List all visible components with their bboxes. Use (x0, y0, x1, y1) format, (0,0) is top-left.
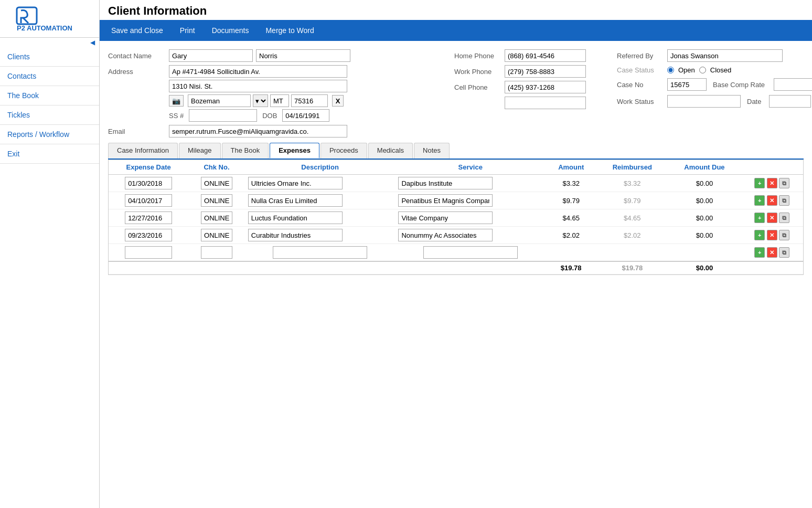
totals-spacer (109, 261, 546, 274)
new-expense-date-input[interactable] (125, 246, 172, 259)
copy-row-button-2[interactable]: ⧉ (779, 213, 789, 223)
add-row-button-2[interactable]: + (754, 213, 765, 223)
tab-proceeds[interactable]: Proceeds (320, 143, 367, 158)
tab-mileage[interactable]: Mileage (179, 143, 221, 158)
service-input-3[interactable] (398, 229, 493, 241)
tab-notes[interactable]: Notes (414, 143, 450, 158)
referred-by-input[interactable] (667, 49, 783, 62)
expense-date-input-1[interactable] (125, 194, 172, 207)
sidebar-item-the-book[interactable]: The Book (0, 86, 99, 105)
print-button[interactable]: Print (173, 23, 202, 38)
clear-button[interactable]: X (332, 95, 344, 107)
last-name-input[interactable] (256, 49, 350, 62)
email-input[interactable] (169, 125, 347, 137)
reimbursed-cell-1: $9.79 (596, 192, 668, 209)
remove-row-button-2[interactable]: ✕ (767, 213, 777, 223)
date-input[interactable] (769, 95, 811, 108)
add-row-button-1[interactable]: + (754, 195, 765, 206)
chk-no-input-3[interactable] (201, 229, 232, 241)
case-no-row: Case No Base Comp Rate (617, 78, 812, 91)
description-input-2[interactable] (248, 211, 343, 224)
ss-input[interactable] (189, 109, 257, 122)
contact-name-row: Contact Name (108, 49, 444, 62)
sidebar-item-tickles[interactable]: Tickles (0, 105, 99, 125)
case-no-input[interactable] (667, 78, 707, 91)
new-amount-cell (546, 244, 596, 262)
new-description-input[interactable] (273, 246, 367, 259)
remove-row-button-1[interactable]: ✕ (767, 195, 777, 206)
amount-cell-2: $4.65 (546, 209, 596, 227)
main-content: Client Information Save and Close Print … (100, 0, 812, 508)
description-input-1[interactable] (248, 194, 343, 207)
dob-input[interactable] (282, 109, 329, 122)
service-input-1[interactable] (398, 194, 493, 207)
amount-due-cell-0: $0.00 (668, 175, 741, 192)
first-name-input[interactable] (169, 49, 253, 62)
amount-due-cell-3: $0.00 (668, 227, 741, 244)
total-amount: $19.78 (546, 261, 596, 274)
home-phone-input[interactable] (505, 49, 586, 62)
tab-bar: Case Information Mileage The Book Expens… (108, 143, 804, 160)
service-input-2[interactable] (398, 211, 493, 224)
add-row-button-3[interactable]: + (754, 230, 765, 240)
documents-button[interactable]: Documents (205, 23, 257, 38)
ss-label: SS # (169, 112, 184, 120)
work-status-row: Work Status Date (617, 95, 812, 108)
expense-date-input-2[interactable] (125, 211, 172, 224)
work-status-input[interactable] (667, 95, 741, 108)
work-phone-input[interactable] (505, 65, 586, 78)
new-service-input[interactable] (423, 246, 518, 259)
address2-input[interactable] (169, 80, 347, 92)
chk-no-input-0[interactable] (201, 177, 232, 189)
sidebar-item-contacts[interactable]: Contacts (0, 67, 99, 86)
city-input[interactable] (188, 94, 251, 107)
reimbursed-cell-2: $4.65 (596, 209, 668, 227)
tab-medicals[interactable]: Medicals (368, 143, 413, 158)
description-input-0[interactable] (248, 177, 343, 189)
chk-no-input-1[interactable] (201, 194, 232, 207)
remove-row-button-0[interactable]: ✕ (767, 178, 777, 188)
col-reimbursed: Reimbursed (596, 160, 668, 175)
expenses-table: Expense Date Chk No. Description Service… (109, 160, 803, 274)
tab-case-information[interactable]: Case Information (108, 143, 178, 158)
reimbursed-cell-0: $3.32 (596, 175, 668, 192)
camera-icon[interactable]: 📷 (169, 95, 184, 107)
table-row: $2.02 $2.02 $0.00 + ✕ ⧉ (109, 227, 803, 244)
remove-new-row-button[interactable]: ✕ (767, 247, 777, 258)
description-input-3[interactable] (248, 229, 343, 241)
sidebar-item-reports-workflow[interactable]: Reports / Workflow (0, 125, 99, 144)
cell-phone-input[interactable] (505, 81, 586, 93)
new-chk-no-input[interactable] (201, 246, 232, 259)
col-chk-no: Chk No. (188, 160, 244, 175)
city-dropdown[interactable]: ▾ (253, 94, 268, 107)
state-input[interactable] (270, 94, 289, 107)
address1-input[interactable] (169, 65, 347, 78)
copy-row-button-1[interactable]: ⧉ (779, 195, 789, 206)
zip-input[interactable] (291, 94, 328, 107)
amount-due-cell-1: $0.00 (668, 192, 741, 209)
case-status-open-radio[interactable] (667, 67, 674, 73)
sidebar-collapse-button[interactable]: ◀ (0, 38, 99, 47)
chk-no-input-2[interactable] (201, 211, 232, 224)
case-status-closed-radio[interactable] (699, 67, 706, 73)
sidebar-item-clients[interactable]: Clients (0, 47, 99, 67)
tab-expenses[interactable]: Expenses (270, 143, 319, 158)
merge-to-word-button[interactable]: Merge to Word (258, 23, 321, 38)
expense-date-input-0[interactable] (125, 177, 172, 189)
sidebar-item-exit[interactable]: Exit (0, 144, 99, 164)
save-close-button[interactable]: Save and Close (104, 23, 170, 38)
base-comp-rate-input[interactable] (774, 78, 812, 91)
tab-the-book[interactable]: The Book (222, 143, 269, 158)
copy-new-row-button[interactable]: ⧉ (779, 247, 789, 258)
add-new-row-button[interactable]: + (754, 247, 765, 258)
service-input-0[interactable] (398, 177, 493, 189)
add-row-button-0[interactable]: + (754, 178, 765, 188)
remove-row-button-3[interactable]: ✕ (767, 230, 777, 240)
copy-row-button-0[interactable]: ⧉ (779, 178, 789, 188)
contact-name-label: Contact Name (108, 52, 166, 60)
email-label: Email (108, 128, 166, 135)
reimbursed-cell-3: $2.02 (596, 227, 668, 244)
copy-row-button-3[interactable]: ⧉ (779, 230, 789, 240)
cell-ext-input[interactable] (505, 97, 586, 109)
expense-date-input-3[interactable] (125, 229, 172, 241)
